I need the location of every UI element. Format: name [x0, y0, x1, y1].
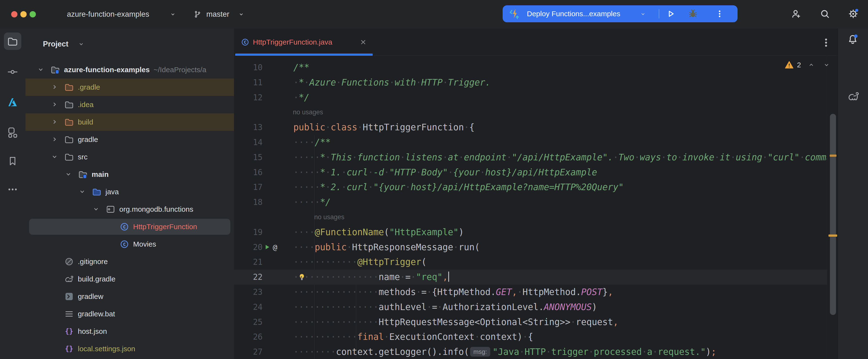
tree-item-gradlew-bat[interactable]: gradlew.bat	[26, 305, 234, 323]
chevron-right-icon[interactable]	[51, 118, 58, 126]
line-number[interactable]: 21	[234, 255, 262, 270]
settings-button[interactable]	[848, 8, 859, 19]
code-line-24[interactable]: 24················authLevel·=·Authorizat…	[234, 300, 838, 315]
bookmarks-tool-icon[interactable]	[7, 156, 18, 167]
code-line-26[interactable]: 26············final·ExecutionContext·con…	[234, 329, 838, 345]
run-function-gutter-icon[interactable]	[263, 243, 271, 251]
project-switcher[interactable]: azure-function-examples	[67, 0, 149, 29]
code-line-10[interactable]: 10/**	[234, 60, 838, 75]
next-problem-chevron-down-icon[interactable]	[823, 61, 830, 69]
line-number[interactable]: 26	[234, 329, 262, 345]
line-number[interactable]: 24	[234, 300, 262, 315]
line-number[interactable]: 17	[234, 180, 262, 195]
chevron-down-icon[interactable]	[92, 205, 100, 213]
window-minimize-button[interactable]	[20, 11, 27, 18]
chevron-down-icon[interactable]	[78, 188, 86, 195]
structure-tool-icon[interactable]	[7, 126, 18, 138]
code-line-16[interactable]: 16·····*·1.·curl·-d·"HTTP·Body"·{your·ho…	[234, 165, 838, 180]
line-number[interactable]: 19	[234, 225, 262, 240]
parameter-name-hint[interactable]: msg:	[470, 347, 490, 357]
chevron-down-icon[interactable]	[37, 66, 44, 73]
code-line-17[interactable]: 17·····*·2.·curl·"{your·host}/api/HttpEx…	[234, 180, 838, 195]
code-line-23[interactable]: 23················methods·=·{HttpMethod.…	[234, 285, 838, 300]
window-zoom-button[interactable]	[30, 11, 36, 18]
line-number[interactable]: 20	[234, 240, 262, 255]
inlay-hint-row[interactable]: no usages	[234, 210, 838, 225]
code-line-27[interactable]: 27········context.getLogger().info(msg:"…	[234, 345, 838, 359]
code-line-22[interactable]: 22················name·=·"req",	[234, 270, 838, 285]
editor-tab[interactable]: HttpTriggerFunction.java	[253, 29, 332, 56]
notifications-icon[interactable]	[847, 34, 858, 45]
chevron-right-icon[interactable]	[51, 135, 58, 143]
code-line-12[interactable]: 12·*/	[234, 90, 838, 105]
search-everywhere-button[interactable]	[819, 8, 830, 19]
line-number[interactable]: 23	[234, 285, 262, 300]
code-line-18[interactable]: 18·····*/	[234, 195, 838, 210]
line-number[interactable]: 25	[234, 315, 262, 330]
chevron-right-icon[interactable]	[51, 101, 58, 108]
line-number[interactable]: 14	[234, 135, 262, 150]
line-number[interactable]: 13	[234, 120, 262, 135]
inspections-widget[interactable]: 2	[784, 60, 835, 70]
azure-tool-icon[interactable]	[7, 97, 18, 108]
code-line-19[interactable]: 19····@FunctionName("HttpExample")	[234, 225, 838, 240]
line-number[interactable]: 12	[234, 90, 262, 105]
tree-item-host-json[interactable]: {}host.json	[26, 323, 234, 340]
project-panel-title[interactable]: Project	[43, 38, 68, 51]
code-line-21[interactable]: 21············@HttpTrigger(	[234, 255, 838, 270]
warning-stripe-mark[interactable]	[830, 155, 836, 157]
run-button[interactable]	[666, 9, 676, 19]
close-tab-icon[interactable]	[359, 38, 367, 46]
more-tools-icon[interactable]	[7, 184, 18, 195]
line-number[interactable]: 11	[234, 75, 262, 90]
no-usages-inlay[interactable]: no usages	[293, 105, 323, 120]
run-configuration-label[interactable]: Deploy Functions...examples	[527, 5, 620, 22]
tree-item--gradle[interactable]: .gradle	[26, 78, 234, 96]
tab-options-kebab-icon[interactable]	[821, 37, 831, 48]
tree-item-main[interactable]: main	[26, 166, 234, 183]
code-line-20[interactable]: 20@····public·HttpResponseMessage·run(	[234, 240, 838, 255]
tree-item-src[interactable]: src	[26, 148, 234, 166]
line-number[interactable]: 15	[234, 150, 262, 165]
tree-item-org-mongodb-functions[interactable]: org.mongodb.functions	[26, 201, 234, 218]
tree-item-java[interactable]: java	[26, 183, 234, 201]
scrollbar-thumb[interactable]	[830, 114, 836, 315]
editor-scrollbar[interactable]	[827, 56, 838, 359]
tree-item--idea[interactable]: .idea	[26, 96, 234, 113]
branch-selector[interactable]: master	[206, 0, 229, 29]
line-number[interactable]: 10	[234, 60, 262, 75]
warning-stripe-mark[interactable]	[829, 234, 837, 237]
line-number[interactable]: 27	[234, 345, 262, 359]
chevron-down-icon[interactable]	[51, 153, 58, 161]
previous-problem-chevron-up-icon[interactable]	[808, 61, 815, 69]
tree-item-httptriggerfunction[interactable]: CHttpTriggerFunction	[26, 218, 234, 235]
code-line-25[interactable]: 25················HttpRequestMessage<Opt…	[234, 315, 838, 330]
line-number[interactable]: 18	[234, 195, 262, 210]
inlay-hint-row[interactable]: no usages	[234, 105, 838, 120]
code-line-13[interactable]: 13public·class·HttpTriggerFunction·{	[234, 120, 838, 135]
chevron-down-icon[interactable]	[640, 11, 646, 17]
code-area[interactable]: 10/**11·*·Azure·Functions·with·HTTP·Trig…	[234, 60, 838, 359]
code-line-15[interactable]: 15·····*·This·function·listens·at·endpoi…	[234, 150, 838, 165]
chevron-down-icon[interactable]	[78, 41, 85, 47]
tree-item-build-gradle[interactable]: build.gradle	[26, 270, 234, 288]
code-line-11[interactable]: 11·*·Azure·Functions·with·HTTP·Trigger.	[234, 75, 838, 90]
line-number[interactable]: 22	[234, 270, 262, 285]
gradle-tool-icon[interactable]	[847, 90, 858, 101]
debug-button[interactable]	[688, 8, 698, 19]
tree-item-movies[interactable]: CMovies	[26, 235, 234, 253]
more-run-options-button[interactable]	[715, 9, 724, 18]
tree-item-build[interactable]: build	[26, 113, 234, 131]
window-close-button[interactable]	[11, 11, 18, 18]
tree-item-azure-function-examples[interactable]: azure-function-examples~/IdeaProjects/a	[26, 61, 234, 78]
commit-tool-icon[interactable]	[7, 66, 18, 77]
annotation-gutter-icon[interactable]: @	[273, 240, 277, 255]
run-configuration-widget[interactable]: Deploy Functions...examples	[503, 5, 738, 22]
chevron-down-icon[interactable]	[64, 170, 72, 178]
add-user-button[interactable]	[790, 8, 801, 19]
chevron-right-icon[interactable]	[51, 83, 58, 91]
project-tool-icon[interactable]	[7, 36, 18, 47]
no-usages-inlay[interactable]: no usages	[314, 210, 344, 225]
tree-item-gradlew[interactable]: gradlew	[26, 288, 234, 305]
line-number[interactable]: 16	[234, 165, 262, 180]
